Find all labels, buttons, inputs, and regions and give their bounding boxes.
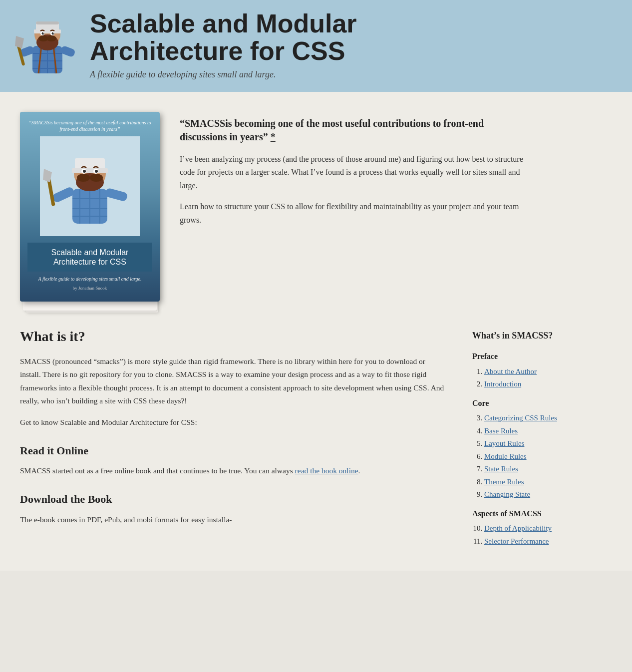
- main-content: What is it? SMACSS (pronounced “smacks”)…: [20, 322, 472, 551]
- svg-point-43: [83, 170, 86, 173]
- svg-rect-12: [34, 29, 61, 33]
- sidebar-link-base-rules[interactable]: Base Rules: [484, 427, 518, 435]
- sidebar-heading: What’s in SMACSS?: [472, 329, 612, 343]
- list-item: Changing State: [484, 489, 612, 500]
- sidebar-aspects-list: Depth of Applicability Selector Performa…: [472, 523, 612, 547]
- svg-point-19: [42, 32, 44, 34]
- svg-point-39: [77, 174, 90, 182]
- svg-point-44: [95, 170, 98, 173]
- svg-point-20: [52, 32, 54, 34]
- sidebar-link-depth[interactable]: Depth of Applicability: [484, 524, 552, 532]
- sidebar-link-layout-rules[interactable]: Layout Rules: [484, 439, 524, 447]
- list-item: Layout Rules: [484, 438, 612, 449]
- hero-section: “SMACSSis becoming one of the most usefu…: [0, 92, 549, 317]
- sidebar-section-core: Core: [472, 397, 612, 410]
- sidebar-link-introduction[interactable]: Introduction: [484, 380, 521, 388]
- svg-point-22: [53, 32, 54, 33]
- sidebar-core-list: Categorizing CSS Rules Base Rules Layout…: [472, 412, 612, 500]
- svg-point-16: [46, 35, 56, 41]
- list-item: Introduction: [484, 378, 612, 390]
- download-heading: Download the Book: [20, 490, 447, 508]
- sidebar-preface-list: About the Author Introduction: [472, 366, 612, 390]
- book-cover-quote: “SMACSSis becoming one of the most usefu…: [27, 119, 152, 132]
- header-title-block: Scalable and Modular Architecture for CS…: [90, 10, 357, 82]
- what-is-it-para1: SMACSS (pronounced “smacks”) is more sty…: [20, 355, 447, 407]
- book-cover-front: “SMACSSis becoming one of the most usefu…: [20, 112, 160, 302]
- read-online-heading: Read it Online: [20, 442, 447, 459]
- sidebar: What’s in SMACSS? Preface About the Auth…: [472, 322, 612, 551]
- sidebar-section-preface: Preface: [472, 350, 612, 363]
- list-item: Module Rules: [484, 451, 612, 462]
- list-item: Theme Rules: [484, 476, 612, 488]
- list-item: State Rules: [484, 463, 612, 475]
- list-item: About the Author: [484, 366, 612, 377]
- hero-body: I’ve been analyzing my process (and the …: [180, 153, 529, 227]
- svg-point-21: [43, 32, 44, 33]
- what-is-it-heading: What is it?: [20, 326, 447, 348]
- mascot-logo: [15, 13, 80, 78]
- sidebar-link-theme-rules[interactable]: Theme Rules: [484, 478, 524, 486]
- read-book-link[interactable]: read the book online: [295, 466, 358, 475]
- sidebar-link-changing-state[interactable]: Changing State: [484, 490, 530, 498]
- sidebar-link-categorizing[interactable]: Categorizing CSS Rules: [484, 414, 557, 422]
- list-item: Base Rules: [484, 425, 612, 437]
- list-item: Categorizing CSS Rules: [484, 412, 612, 424]
- hero-text: “SMACSSis becoming one of the most usefu…: [180, 112, 529, 302]
- svg-rect-37: [72, 168, 108, 173]
- list-item: Depth of Applicability: [484, 523, 612, 534]
- download-para: The e-book comes in PDF, ePub, and mobi …: [20, 513, 447, 526]
- book-cover-tagline: A flexible guide to developing sites sma…: [27, 276, 152, 292]
- read-online-para: SMACSS started out as a free online book…: [20, 464, 447, 477]
- sidebar-link-state-rules[interactable]: State Rules: [484, 465, 518, 473]
- site-title: Scalable and Modular Architecture for CS…: [90, 10, 357, 64]
- two-col-section: What is it? SMACSS (pronounced “smacks”)…: [0, 317, 632, 571]
- sidebar-link-selector-perf[interactable]: Selector Performance: [484, 537, 549, 545]
- sidebar-link-about-author[interactable]: About the Author: [484, 367, 537, 375]
- list-item: Selector Performance: [484, 536, 612, 547]
- site-subtitle: A flexible guide to developing sites sma…: [90, 67, 357, 82]
- svg-point-40: [90, 174, 103, 182]
- sidebar-section-aspects: Aspects of SMACSS: [472, 507, 612, 520]
- quote-footnote-link[interactable]: *: [271, 131, 276, 142]
- what-is-it-para2: Get to know Scalable and Modular Archite…: [20, 416, 447, 429]
- book-cover-stack: “SMACSSis becoming one of the most usefu…: [20, 112, 160, 302]
- page-body: “SMACSSis becoming one of the most usefu…: [0, 92, 632, 571]
- svg-rect-13: [36, 21, 59, 24]
- book-cover-title: Scalable and ModularArchitecture for CSS: [31, 248, 148, 267]
- hero-quote: “SMACSSis becoming one of the most usefu…: [180, 117, 529, 144]
- sidebar-link-module-rules[interactable]: Module Rules: [484, 452, 527, 460]
- site-header: Scalable and Modular Architecture for CS…: [0, 0, 632, 92]
